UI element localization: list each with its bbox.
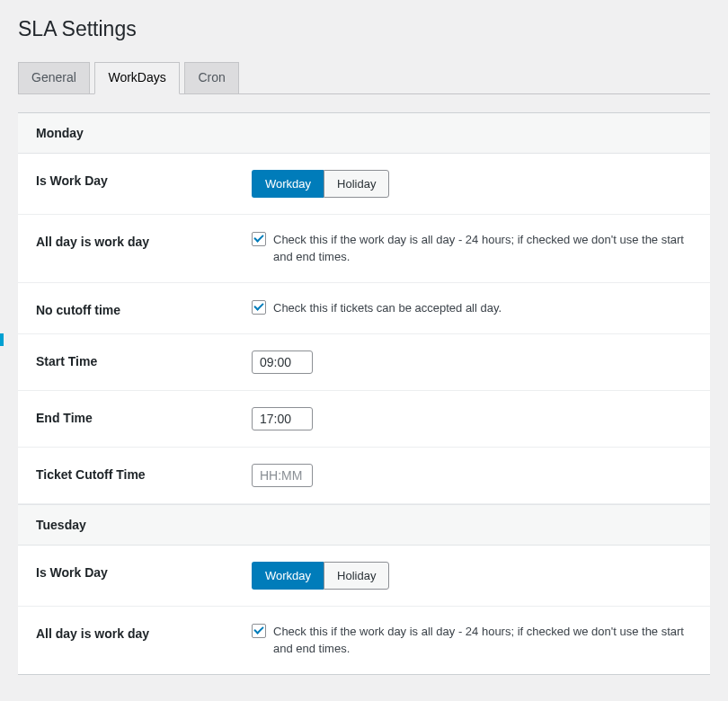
row-monday-end-time: End Time — [18, 391, 710, 448]
field-start-time — [252, 350, 692, 374]
workday-toggle-group-tue: Workday Holiday — [252, 562, 389, 590]
no-cutoff-description: Check this if tickets can be accepted al… — [273, 299, 502, 317]
section-header-tuesday: Tuesday — [18, 504, 710, 546]
checkbox-wrap-all-day: Check this if the work day is all day - … — [252, 231, 692, 266]
label-start-time: Start Time — [36, 350, 252, 374]
label-end-time: End Time — [36, 407, 252, 430]
row-monday-cutoff-time: Ticket Cutoff Time — [18, 448, 710, 504]
field-all-day: Check this if the work day is all day - … — [252, 231, 692, 266]
no-cutoff-checkbox[interactable] — [252, 300, 266, 315]
label-cutoff-time: Ticket Cutoff Time — [36, 464, 252, 487]
page-wrap: SLA Settings General WorkDays Cron Monda… — [0, 0, 728, 675]
row-tuesday-is-workday: Is Work Day Workday Holiday — [18, 546, 710, 607]
cutoff-time-input[interactable] — [252, 464, 313, 487]
workday-toggle-group: Workday Holiday — [252, 170, 389, 198]
row-monday-all-day: All day is work day Check this if the wo… — [18, 215, 710, 283]
start-time-input[interactable] — [252, 350, 313, 374]
field-is-workday-tue: Workday Holiday — [252, 562, 692, 590]
holiday-button[interactable]: Holiday — [324, 170, 389, 198]
section-header-monday: Monday — [18, 113, 710, 154]
checkbox-wrap-no-cutoff: Check this if tickets can be accepted al… — [252, 299, 692, 317]
field-end-time — [252, 407, 692, 430]
left-accent-bar — [0, 333, 4, 346]
field-is-workday: Workday Holiday — [252, 170, 692, 198]
all-day-checkbox[interactable] — [252, 232, 266, 246]
field-cutoff-time — [252, 464, 692, 487]
field-all-day-tue: Check this if the work day is all day - … — [252, 623, 692, 658]
tab-cron[interactable]: Cron — [184, 62, 238, 93]
row-monday-start-time: Start Time — [18, 334, 710, 391]
all-day-description: Check this if the work day is all day - … — [273, 231, 692, 266]
tab-general[interactable]: General — [18, 62, 90, 93]
all-day-checkbox-tue[interactable] — [252, 624, 266, 638]
workday-button-tue[interactable]: Workday — [252, 562, 324, 590]
row-monday-no-cutoff: No cutoff time Check this if tickets can… — [18, 283, 710, 334]
label-no-cutoff: No cutoff time — [36, 299, 252, 317]
page-title: SLA Settings — [18, 9, 710, 45]
checkbox-wrap-all-day-tue: Check this if the work day is all day - … — [252, 623, 692, 658]
nav-tab-wrapper: General WorkDays Cron — [18, 61, 710, 94]
label-is-workday-tue: Is Work Day — [36, 562, 252, 590]
row-monday-is-workday: Is Work Day Workday Holiday — [18, 154, 710, 215]
row-tuesday-all-day: All day is work day Check this if the wo… — [18, 607, 710, 674]
holiday-button-tue[interactable]: Holiday — [324, 562, 389, 590]
workday-button[interactable]: Workday — [252, 170, 324, 198]
settings-panel: Monday Is Work Day Workday Holiday All d… — [18, 112, 710, 675]
field-no-cutoff: Check this if tickets can be accepted al… — [252, 299, 692, 317]
label-is-workday: Is Work Day — [36, 170, 252, 198]
tab-workdays[interactable]: WorkDays — [94, 62, 179, 94]
end-time-input[interactable] — [252, 407, 313, 430]
label-all-day-tue: All day is work day — [36, 623, 252, 658]
all-day-description-tue: Check this if the work day is all day - … — [273, 623, 692, 658]
label-all-day: All day is work day — [36, 231, 252, 266]
